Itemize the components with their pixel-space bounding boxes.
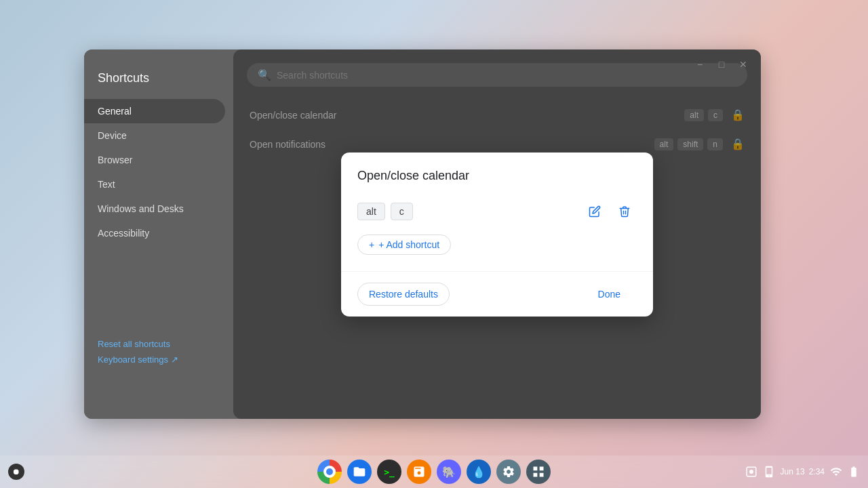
taskbar-blue-app-icon[interactable]: 💧 xyxy=(467,460,491,484)
taskbar-grid-icon[interactable] xyxy=(526,460,551,484)
main-area: 🔍 Open/close calendar alt c 🔒 Open notif… xyxy=(233,49,761,419)
sidebar-item-browser[interactable]: Browser xyxy=(84,148,225,172)
taskbar-files-icon[interactable] xyxy=(347,460,372,484)
sidebar-item-text[interactable]: Text xyxy=(84,172,225,197)
reset-shortcuts-link[interactable]: Reset all shortcuts xyxy=(98,339,220,349)
sidebar-item-windows-desks[interactable]: Windows and Desks xyxy=(84,197,225,221)
dialog-header: Open/close calendar xyxy=(341,152,653,194)
taskbar-chrome-icon[interactable] xyxy=(317,460,342,484)
dialog-footer: Restore defaults Done xyxy=(341,271,653,317)
taskbar-center: >_ 🐘 💧 xyxy=(317,460,551,484)
wifi-icon xyxy=(830,466,842,478)
screenshot-icon xyxy=(745,466,757,478)
taskbar-disk-icon[interactable] xyxy=(407,460,431,484)
window-content: Shortcuts General Device Browser Text Wi… xyxy=(84,49,761,419)
add-shortcut-button[interactable]: + + Add shortcut xyxy=(357,235,451,255)
phone-icon xyxy=(763,466,775,478)
battery-icon xyxy=(848,466,860,478)
done-button[interactable]: Done xyxy=(582,283,637,305)
add-shortcut-label: + Add shortcut xyxy=(378,239,439,250)
sidebar-title: Shortcuts xyxy=(84,63,233,99)
sidebar-item-device[interactable]: Device xyxy=(84,123,225,148)
shortcut-dialog: Open/close calendar alt c xyxy=(341,152,653,317)
restore-defaults-button[interactable]: Restore defaults xyxy=(357,283,450,306)
dialog-key-alt: alt xyxy=(357,203,385,220)
sidebar: Shortcuts General Device Browser Text Wi… xyxy=(84,49,233,419)
delete-shortcut-button[interactable] xyxy=(612,199,637,224)
taskbar-settings-icon[interactable] xyxy=(496,460,521,484)
taskbar-terminal-icon[interactable]: >_ xyxy=(377,460,401,484)
sidebar-item-general[interactable]: General xyxy=(84,99,225,123)
edit-shortcut-button[interactable] xyxy=(583,199,607,224)
taskbar-right: Jun 13 2:34 xyxy=(745,466,860,478)
main-window: − □ ✕ Shortcuts General Device Browser T… xyxy=(84,49,761,419)
taskbar-datetime: Jun 13 2:34 xyxy=(781,467,825,476)
taskbar-date: Jun 13 xyxy=(781,467,805,476)
dialog-key-c: c xyxy=(391,203,413,220)
dialog-shortcut-row: alt c xyxy=(357,199,637,224)
camera-indicator: ⏺ xyxy=(8,464,24,480)
keyboard-settings-link[interactable]: Keyboard settings ↗ xyxy=(98,354,220,365)
taskbar-left: ⏺ xyxy=(8,464,24,480)
dialog-title: Open/close calendar xyxy=(357,169,637,183)
svg-point-1 xyxy=(749,470,753,474)
taskbar-mastodon-icon[interactable]: 🐘 xyxy=(437,460,461,484)
dialog-body: alt c xyxy=(341,194,653,271)
add-icon: + xyxy=(369,239,374,250)
taskbar-time: 2:34 xyxy=(809,467,825,476)
taskbar: ⏺ >_ 🐘 💧 xyxy=(0,455,868,488)
sidebar-item-accessibility[interactable]: Accessibility xyxy=(84,221,225,245)
